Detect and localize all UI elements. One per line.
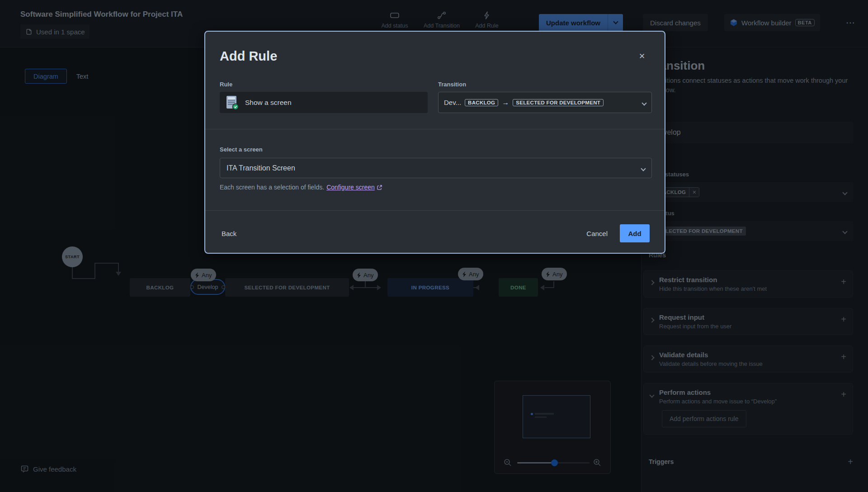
from-status-lozenge: BACKLOG bbox=[465, 99, 498, 106]
screen-select-value: ITA Transition Screen bbox=[226, 164, 295, 172]
modal-title: Add Rule bbox=[220, 49, 277, 64]
back-button[interactable]: Back bbox=[215, 224, 243, 242]
selected-rule-row[interactable]: Show a screen bbox=[220, 92, 428, 113]
arrow-right-icon: → bbox=[502, 99, 509, 107]
chevron-down-icon bbox=[642, 164, 645, 172]
add-rule-modal: Add Rule ✕ Rule Show a screen Transition… bbox=[204, 31, 665, 254]
external-link-icon bbox=[377, 184, 382, 190]
show-screen-icon bbox=[225, 95, 239, 110]
screen-helper-text: Each screen has a selection of fields. C… bbox=[220, 184, 382, 191]
footer-divider bbox=[205, 210, 665, 211]
rule-field-label: Rule bbox=[220, 81, 232, 88]
cancel-button[interactable]: Cancel bbox=[580, 224, 614, 242]
to-status-lozenge: SELECTED FOR DEVELOPMENT bbox=[513, 99, 604, 106]
selected-rule-label: Show a screen bbox=[245, 99, 292, 107]
configure-screen-link-label: Configure screen bbox=[326, 184, 375, 191]
close-icon[interactable]: ✕ bbox=[636, 50, 648, 62]
helper-text: Each screen has a selection of fields. bbox=[220, 184, 324, 191]
screen-select-dropdown[interactable]: ITA Transition Screen bbox=[220, 158, 652, 178]
transition-name-truncated: Dev... bbox=[444, 99, 461, 106]
chevron-down-icon bbox=[642, 99, 646, 106]
add-button[interactable]: Add bbox=[620, 224, 650, 242]
section-divider bbox=[205, 129, 665, 129]
transition-select[interactable]: Dev... BACKLOG → SELECTED FOR DEVELOPMEN… bbox=[438, 92, 652, 113]
workflow-editor-app: Software Simplified Workflow for Project… bbox=[0, 0, 868, 492]
transition-field-label: Transition bbox=[438, 81, 466, 88]
select-screen-label: Select a screen bbox=[220, 146, 263, 153]
configure-screen-link[interactable]: Configure screen bbox=[326, 184, 382, 191]
